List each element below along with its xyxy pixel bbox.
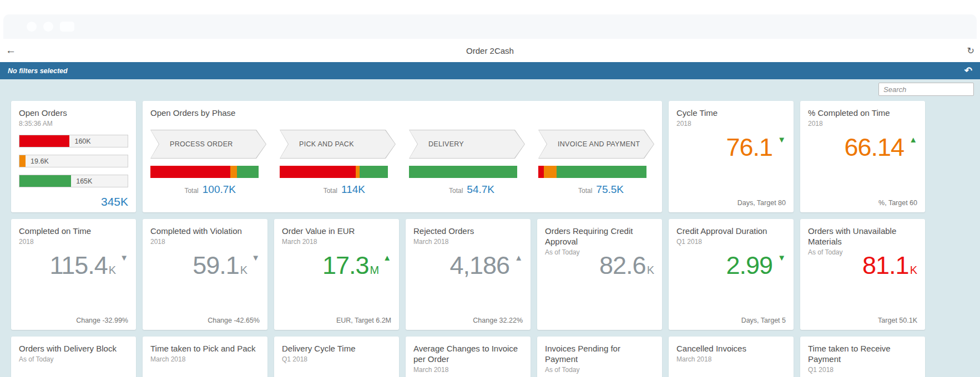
tile-title: Orders with Unavailable Materials: [808, 226, 917, 247]
phase-row: PROCESS ORDER Total100.7K PICK AND PACK: [150, 130, 654, 196]
tile-subtitle: Q1 2018: [808, 366, 917, 374]
tile-title: Open Orders: [19, 108, 128, 118]
tile-cycle-time[interactable]: Cycle Time 2018 76.1▼ Days, Target 80: [669, 101, 794, 212]
page-title: Order 2Cash: [466, 46, 514, 55]
tile-subtitle: 2018: [676, 120, 786, 128]
tile-subtitle: March 2018: [150, 355, 260, 363]
tile-average-changes-to-invoice[interactable]: Average Changes to Invoice per Order Mar…: [406, 337, 531, 377]
tile-subtitle: Q1 2018: [282, 355, 391, 363]
phase-total: Total114K: [280, 184, 396, 196]
tile-orders-requiring-credit-approval[interactable]: Orders Requiring Credit Approval As of T…: [537, 219, 662, 330]
tile-title: Orders with Delivery Block: [19, 343, 128, 354]
dashboard-content: Open Orders 8:35:36 AM 160K 19.6K 165K 3…: [0, 79, 980, 377]
tile-cancelled-invoices[interactable]: Cancelled Invoices March 2018: [669, 337, 794, 377]
browser-chrome-bar: [3, 14, 977, 39]
tile-rejected-orders[interactable]: Rejected Orders March 2018 4,186▲ Change…: [406, 219, 531, 330]
tile-subtitle: 2018: [808, 120, 917, 128]
back-arrow-icon[interactable]: ←: [6, 44, 16, 57]
bar-fill: [19, 135, 69, 147]
bar-segment: [356, 166, 360, 178]
tile-title: Cycle Time: [676, 108, 786, 118]
kpi-footer: EUR, Target 6.2M: [336, 317, 391, 324]
tile-orders-unavailable-materials[interactable]: Orders with Unavailable Materials As of …: [800, 219, 925, 330]
tile-title: Completed on Time: [19, 226, 128, 236]
tile-title: Open Orders by Phase: [150, 108, 654, 118]
bar-segment: [538, 166, 544, 178]
phase-stacked-bar: [150, 166, 259, 178]
tile-subtitle: March 2018: [413, 366, 523, 374]
trend-up-icon: ▲: [383, 253, 391, 262]
kpi-value: 4,186▲: [450, 251, 523, 280]
tile-pct-completed-on-time[interactable]: % Completed on Time 2018 66.14▲ %, Targe…: [800, 101, 925, 212]
bar-fill: [19, 155, 26, 167]
tile-credit-approval-duration[interactable]: Credit Approval Duration Q1 2018 2.99▼ D…: [669, 219, 794, 330]
phase-invoice-and-payment[interactable]: INVOICE AND PAYMENT Total75.5K: [538, 130, 654, 196]
trend-down-icon: ▼: [251, 253, 260, 262]
trend-down-icon: ▼: [120, 253, 128, 262]
tile-subtitle: 2018: [150, 238, 260, 246]
tile-subtitle: March 2018: [282, 238, 391, 246]
comparison-bar: 165K: [19, 175, 128, 187]
tile-title: Credit Approval Duration: [676, 226, 786, 236]
filter-bar[interactable]: No filters selected ↶: [0, 62, 980, 79]
bar-value: 19.6K: [31, 157, 49, 165]
phase-total: Total54.7K: [409, 184, 525, 196]
refresh-icon[interactable]: ↻: [967, 45, 974, 56]
tile-invoices-pending-payment[interactable]: Invoices Pending for Payment As of Today: [537, 337, 662, 377]
tile-subtitle: Q1 2018: [676, 238, 786, 246]
tile-title: Delivery Cycle Time: [282, 343, 391, 354]
tile-time-taken-receive-payment[interactable]: Time taken to Receive Payment Q1 2018: [800, 337, 925, 377]
tile-subtitle: 2018: [19, 238, 128, 246]
kpi-value: 115.4K▼: [50, 251, 128, 280]
tile-delivery-cycle-time[interactable]: Delivery Cycle Time Q1 2018: [274, 337, 399, 377]
phase-stacked-bar: [409, 166, 517, 178]
open-orders-total: 345K: [101, 195, 128, 208]
phase-process-order[interactable]: PROCESS ORDER Total100.7K: [150, 130, 266, 196]
trend-down-icon: ▼: [777, 135, 786, 144]
comparison-bar: 19.6K: [19, 155, 128, 167]
phase-label: PROCESS ORDER: [151, 140, 233, 148]
phase-chevron: PICK AND PACK: [280, 130, 396, 159]
tile-orders-with-delivery-block[interactable]: Orders with Delivery Block As of Today: [11, 337, 136, 377]
tile-subtitle: As of Today: [545, 366, 654, 374]
tile-open-orders[interactable]: Open Orders 8:35:36 AM 160K 19.6K 165K 3…: [11, 101, 136, 212]
trend-up-icon: ▲: [514, 253, 523, 262]
bar-fill: [19, 175, 71, 187]
tile-completed-with-violation[interactable]: Completed with Violation 2018 59.1K▼ Cha…: [143, 219, 267, 330]
phase-chevron: DELIVERY: [409, 130, 525, 159]
tile-title: Time taken to Pick and Pack: [150, 343, 260, 354]
tile-title: Orders Requiring Credit Approval: [545, 226, 654, 247]
phase-label: DELIVERY: [410, 140, 464, 148]
tile-open-orders-by-phase[interactable]: Open Orders by Phase PROCESS ORDER Total…: [143, 101, 662, 212]
kpi-value: 17.3M▲: [322, 251, 391, 280]
phase-delivery[interactable]: DELIVERY Total54.7K: [409, 130, 525, 196]
kpi-footer: %, Target 60: [878, 199, 917, 207]
bar-value: 160K: [74, 137, 90, 145]
tile-subtitle: March 2018: [676, 355, 786, 363]
tile-time-taken-pick-and-pack[interactable]: Time taken to Pick and Pack March 2018: [143, 337, 267, 377]
kpi-footer: Change -32.99%: [76, 317, 128, 324]
kpi-value: 81.1K: [862, 251, 917, 280]
undo-icon[interactable]: ↶: [964, 65, 972, 77]
phase-pick-and-pack[interactable]: PICK AND PACK Total114K: [280, 130, 396, 196]
phase-stacked-bar: [280, 166, 388, 178]
tile-title: Order Value in EUR: [282, 226, 391, 236]
tile-order-value-eur[interactable]: Order Value in EUR March 2018 17.3M▲ EUR…: [274, 219, 399, 330]
search-input[interactable]: [878, 83, 974, 96]
bar-segment: [237, 166, 259, 178]
bar-value: 165K: [76, 177, 92, 185]
tile-title: Cancelled Invoices: [676, 343, 786, 354]
phase-total: Total75.5K: [538, 184, 654, 196]
tile-title: Average Changes to Invoice per Order: [413, 343, 523, 364]
tile-title: Invoices Pending for Payment: [545, 343, 654, 364]
kpi-value: 2.99▼: [726, 251, 786, 280]
phase-chevron: PROCESS ORDER: [150, 130, 266, 159]
tile-completed-on-time[interactable]: Completed on Time 2018 115.4K▼ Change -3…: [11, 219, 136, 330]
kpi-footer: Target 50.1K: [878, 317, 917, 324]
tile-grid: Open Orders 8:35:36 AM 160K 19.6K 165K 3…: [11, 101, 925, 377]
kpi-footer: Days, Target 80: [737, 199, 786, 207]
phase-chevron: INVOICE AND PAYMENT: [538, 130, 654, 159]
tile-subtitle: As of Today: [19, 355, 128, 363]
phase-label: INVOICE AND PAYMENT: [539, 140, 640, 148]
bar-segment: [557, 166, 646, 178]
